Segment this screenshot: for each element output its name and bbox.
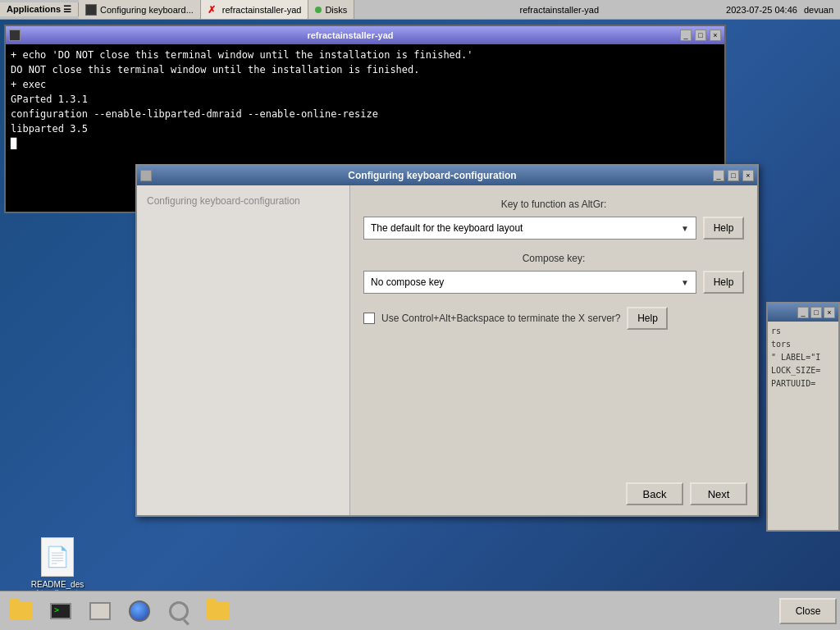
compose-row: No compose key ▼ Help: [363, 271, 744, 294]
side-line-3: " LABEL="I: [771, 351, 835, 364]
kbd-dialog-maximize-btn[interactable]: □: [728, 170, 739, 181]
side-line-1: rs: [771, 325, 835, 338]
side-panel-close-btn[interactable]: ×: [824, 307, 835, 318]
folder1-icon: [10, 600, 33, 623]
terminal-icon: [85, 4, 97, 16]
topbar-tabs: Configuring keyboard... ✗ refractainstal…: [79, 0, 399, 19]
compose-help-button[interactable]: Help: [703, 271, 744, 294]
folder2-taskbar-icon: [207, 600, 230, 623]
terminal-line-6: libparted 3.5: [11, 121, 719, 136]
disks-dot: [315, 7, 322, 13]
topbar: Applications ☰ Configuring keyboard... ✗…: [0, 0, 840, 20]
taskbar-files[interactable]: [82, 595, 118, 628]
terminal-titlebar: refractainstaller-yad _ □ ×: [6, 26, 724, 44]
altgr-select-value: The default for the keyboard layout: [371, 222, 523, 234]
kbd-dialog-close-btn[interactable]: ×: [742, 170, 754, 181]
kbd-nav-buttons: Back Next: [626, 482, 747, 505]
side-panel-minimize-btn[interactable]: _: [797, 307, 809, 318]
kbd-dialog-minimize-btn[interactable]: _: [713, 170, 724, 181]
tab-installer-label: refractainstaller-yad: [222, 5, 302, 15]
tab-disks-label: Disks: [325, 5, 347, 15]
tab-terminal-label: Configuring keyboard...: [100, 5, 194, 15]
files-taskbar-icon: [89, 600, 112, 623]
side-panel-content: rs tors " LABEL="I LOCK_SIZE= PARTUUID=: [768, 322, 838, 394]
kbd-config-dialog: Configuring keyboard-configuration _ □ ×…: [135, 164, 759, 517]
x-app-icon: ✗: [208, 4, 219, 16]
kbd-dialog-titlebar: Configuring keyboard-configuration _ □ ×: [137, 166, 757, 185]
topbar-right: 2023-07-25 04:46 devuan: [719, 5, 840, 15]
terminal-maximize-btn[interactable]: □: [695, 30, 706, 41]
terminal-content: + echo 'DO NOT close this terminal windo…: [6, 44, 724, 154]
compose-dropdown-arrow: ▼: [681, 278, 689, 287]
terminal-line-4: GParted 1.3.1: [11, 92, 719, 107]
altgr-dropdown-arrow: ▼: [681, 224, 689, 233]
applications-menu[interactable]: Applications ☰: [0, 2, 79, 16]
tab-disks[interactable]: Disks: [308, 0, 354, 19]
side-panel-titlebar: _ □ ×: [768, 304, 838, 322]
checkbox-label: Use Control+Alt+Backspace to terminate t…: [381, 313, 620, 324]
checkbox-row: Use Control+Alt+Backspace to terminate t…: [363, 307, 744, 330]
taskbar: Close: [0, 591, 840, 630]
altgr-row: The default for the keyboard layout ▼ He…: [363, 217, 744, 240]
taskbar-search[interactable]: [161, 595, 197, 628]
topbar-username: devuan: [804, 5, 833, 15]
topbar-datetime: 2023-07-25 04:46: [726, 5, 797, 15]
tab-terminal[interactable]: Configuring keyboard...: [79, 0, 201, 19]
taskbar-folder2[interactable]: [200, 595, 236, 628]
terminal-line-3: + exec: [11, 77, 719, 92]
desktop: Applications ☰ Configuring keyboard... ✗…: [0, 0, 840, 630]
search-taskbar-icon: [167, 600, 190, 623]
kbd-right-panel: Key to function as AltGr: The default fo…: [350, 185, 757, 515]
side-panel-maximize-btn[interactable]: □: [810, 307, 822, 318]
terminal-app-icon: [9, 30, 21, 41]
taskbar-folder1[interactable]: [3, 595, 39, 628]
kbd-left-panel-label: Configuring keyboard-configuration: [147, 195, 300, 207]
ctrl-alt-backspace-checkbox[interactable]: [363, 313, 375, 324]
terminal-minimize-btn[interactable]: _: [680, 30, 692, 41]
side-line-4: LOCK_SIZE=: [771, 364, 835, 377]
back-button[interactable]: Back: [626, 482, 683, 505]
taskbar-browser[interactable]: [121, 595, 158, 628]
compose-select-value: No compose key: [371, 276, 444, 288]
next-button[interactable]: Next: [690, 482, 747, 505]
checkbox-help-button[interactable]: Help: [627, 307, 668, 330]
terminal-cursor-line: █: [11, 136, 719, 151]
altgr-label: Key to function as AltGr:: [363, 199, 744, 210]
terminal-close-btn[interactable]: ×: [710, 30, 721, 41]
altgr-select[interactable]: The default for the keyboard layout ▼: [363, 217, 696, 240]
side-line-2: tors: [771, 338, 835, 351]
terminal-line-2: DO NOT close this terminal window until …: [11, 62, 719, 77]
terminal-line-1: + echo 'DO NOT close this terminal windo…: [11, 48, 719, 62]
terminal-title: refractainstaller-yad: [24, 30, 677, 40]
browser-taskbar-icon: [128, 600, 151, 623]
terminal-line-5: configuration --enable-libparted-dmraid …: [11, 107, 719, 121]
terminal-taskbar-icon: [49, 600, 72, 623]
kbd-left-panel: Configuring keyboard-configuration: [137, 185, 350, 515]
readme-desktop-icon[interactable]: 📄 README_desktop-live.txt: [25, 537, 90, 598]
altgr-help-button[interactable]: Help: [703, 217, 744, 240]
kbd-dialog-icon: [140, 170, 152, 181]
taskbar-terminal[interactable]: [43, 595, 79, 628]
kbd-dialog-title: Configuring keyboard-configuration: [155, 170, 710, 181]
close-button[interactable]: Close: [779, 598, 837, 624]
side-line-5: PARTUUID=: [771, 377, 835, 390]
readme-icon-image: 📄: [41, 537, 74, 577]
compose-label: Compose key:: [363, 253, 744, 264]
tab-installer[interactable]: ✗ refractainstaller-yad: [201, 0, 309, 19]
topbar-title: refractainstaller-yad: [399, 5, 720, 15]
side-panel-window: _ □ × rs tors " LABEL="I LOCK_SIZE= PART…: [766, 302, 840, 532]
compose-select[interactable]: No compose key ▼: [363, 271, 696, 294]
